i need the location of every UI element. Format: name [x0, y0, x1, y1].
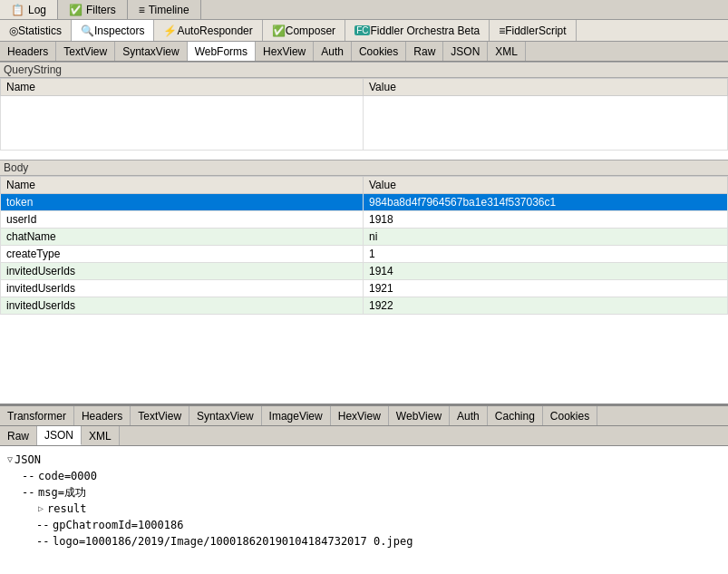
table-row[interactable]: token984ba8d4f7964567ba1e314f537036c1 [1, 194, 728, 211]
json-msg-node: -- msg=成功 [7, 484, 721, 501]
subtab-raw[interactable]: Raw [406, 42, 443, 61]
tab-statistics[interactable]: ◎ Statistics [0, 20, 72, 41]
body-label: Body [0, 160, 728, 176]
json-root: ▽ JSON [7, 452, 721, 468]
body-row-name: invitedUserIds [1, 263, 364, 280]
json-result-expand[interactable]: ▷ [38, 501, 44, 517]
indent-1: -- [22, 468, 36, 484]
lower-tab-hexview[interactable]: HexView [331, 406, 389, 425]
json-result-node: ▷ result [7, 501, 721, 517]
lower-subtab-raw[interactable]: Raw [0, 426, 37, 445]
lower-tab-auth[interactable]: Auth [450, 406, 488, 425]
qs-col-value: Value [364, 79, 728, 96]
body-row-name: createType [1, 246, 364, 263]
log-icon: 📋 [11, 4, 24, 16]
indent-4: -- [36, 517, 51, 533]
top-tab-bar: 📋 Log ✅ Filters ≡ Timeline [0, 0, 728, 20]
lower-tab-transformer[interactable]: Transformer [0, 406, 74, 425]
tab-timeline[interactable]: ≡ Timeline [128, 0, 201, 19]
table-row[interactable]: invitedUserIds1914 [1, 263, 728, 280]
subtab-json[interactable]: JSON [443, 42, 488, 61]
inspectors-icon: 🔍 [81, 24, 94, 37]
body-row-value: 1914 [364, 263, 728, 280]
tab-orchestra[interactable]: FC Fiddler Orchestra Beta [345, 20, 490, 41]
indent-2: -- [22, 484, 36, 501]
subtab-cookies[interactable]: Cookies [352, 42, 406, 61]
table-row[interactable]: userId1918 [1, 211, 728, 229]
timeline-icon: ≡ [139, 4, 145, 16]
body-row-name: invitedUserIds [1, 280, 364, 297]
body-col-name: Name [1, 177, 364, 194]
json-logo-node: -- logo=1000186/2019/Image/1000186201901… [7, 533, 721, 550]
body-row-name: userId [1, 211, 364, 229]
composer-icon: ✅ [272, 24, 286, 37]
lower-tab-syntaxview[interactable]: SyntaxView [189, 406, 261, 425]
lower-tab-cookies[interactable]: Cookies [543, 406, 597, 425]
subtab-xml[interactable]: XML [488, 42, 526, 61]
json-gpchatroomid-key: gpChatroomId=1000186 [53, 517, 184, 533]
body-col-value: Value [364, 177, 728, 194]
lower-subtab-json[interactable]: JSON [37, 426, 82, 445]
lower-tab-headers[interactable]: Headers [74, 406, 131, 425]
indent-5: -- [36, 533, 51, 550]
subtab-headers[interactable]: Headers [0, 42, 56, 61]
lower-sub-tab-bar: Raw JSON XML [0, 426, 728, 446]
body-row-name: invitedUserIds [1, 297, 364, 315]
table-row[interactable]: chatNameni [1, 229, 728, 246]
tab-log[interactable]: 📋 Log [0, 0, 58, 19]
tab-composer[interactable]: ✅ Composer [263, 20, 345, 41]
body-row-value: 1 [364, 246, 728, 263]
querystring-label: QueryString [0, 62, 728, 78]
subtab-textview[interactable]: TextView [56, 42, 115, 61]
json-root-expand[interactable]: ▽ [7, 452, 13, 468]
body-row-value: ni [364, 229, 728, 246]
body-table: Name Value token984ba8d4f7964567ba1e314f… [0, 176, 728, 315]
body-row-value: 1922 [364, 297, 728, 315]
subtab-syntaxview[interactable]: SyntaxView [115, 42, 187, 61]
lower-tab-textview[interactable]: TextView [131, 406, 189, 425]
sub-tab-bar: Headers TextView SyntaxView WebForms Hex… [0, 42, 728, 62]
tab-inspectors[interactable]: 🔍 Inspectors [72, 20, 154, 41]
json-msg-key: msg=成功 [38, 484, 86, 501]
json-code-key: code=0000 [38, 468, 97, 484]
body-row-value: 1918 [364, 211, 728, 229]
lower-panel: Transformer Headers TextView SyntaxView … [0, 406, 728, 574]
orchestra-icon: FC [354, 25, 370, 35]
json-tree: ▽ JSON -- code=0000 -- msg=成功 ▷ result -… [0, 446, 728, 555]
tab-autoresponder[interactable]: ⚡ AutoResponder [154, 20, 262, 41]
tab-fiddlerscript[interactable]: ≡ FiddlerScript [490, 20, 576, 41]
qs-empty-row [1, 96, 728, 151]
body-row-value: 1921 [364, 280, 728, 297]
statistics-icon: ◎ [9, 24, 18, 37]
lower-tab-imageview[interactable]: ImageView [262, 406, 331, 425]
body-area: Name Value token984ba8d4f7964567ba1e314f… [0, 176, 728, 315]
lower-subtab-xml[interactable]: XML [82, 426, 120, 445]
fiddlerscript-icon: ≡ [499, 24, 505, 37]
lower-top-tab-bar: Transformer Headers TextView SyntaxView … [0, 406, 728, 426]
body-row-name: token [1, 194, 364, 211]
querystring-table: Name Value [0, 78, 728, 151]
querystring-area: Name Value [0, 78, 728, 160]
autoresponder-icon: ⚡ [163, 24, 177, 37]
nav-tab-bar: ◎ Statistics 🔍 Inspectors ⚡ AutoResponde… [0, 20, 728, 42]
tab-filters[interactable]: ✅ Filters [58, 0, 128, 19]
filters-icon: ✅ [69, 4, 83, 16]
json-result-key: result [47, 501, 86, 517]
table-row[interactable]: invitedUserIds1921 [1, 280, 728, 297]
body-row-value: 984ba8d4f7964567ba1e314f537036c1 [364, 194, 728, 211]
body-row-name: chatName [1, 229, 364, 246]
upper-panel: QueryString Name Value Body Name Value [0, 62, 728, 406]
json-logo-key: logo=1000186/2019/Image/1000186201901041… [53, 533, 413, 550]
qs-col-name: Name [1, 79, 364, 96]
table-row[interactable]: createType1 [1, 246, 728, 263]
lower-tab-webview[interactable]: WebView [389, 406, 450, 425]
table-row[interactable]: invitedUserIds1922 [1, 297, 728, 315]
subtab-webforms[interactable]: WebForms [188, 42, 256, 61]
lower-tab-caching[interactable]: Caching [488, 406, 543, 425]
subtab-hexview[interactable]: HexView [256, 42, 314, 61]
subtab-auth[interactable]: Auth [314, 42, 352, 61]
json-root-label: JSON [15, 452, 41, 468]
json-gpchatroomid-node: -- gpChatroomId=1000186 [7, 517, 721, 533]
json-code-node: -- code=0000 [7, 468, 721, 484]
